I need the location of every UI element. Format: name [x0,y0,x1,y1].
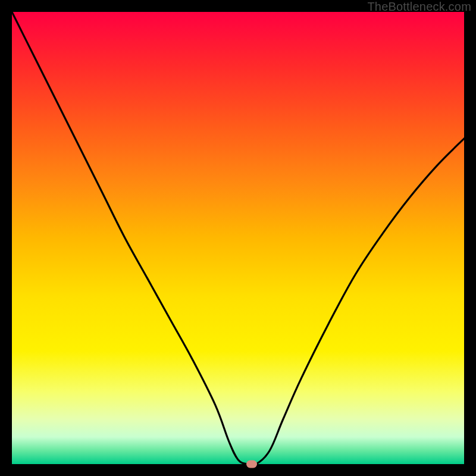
bottleneck-curve [12,12,464,464]
optimal-marker [246,461,257,468]
chart-frame: TheBottleneck.com [0,0,476,476]
watermark-label: TheBottleneck.com [367,0,471,14]
plot-area [12,12,464,464]
